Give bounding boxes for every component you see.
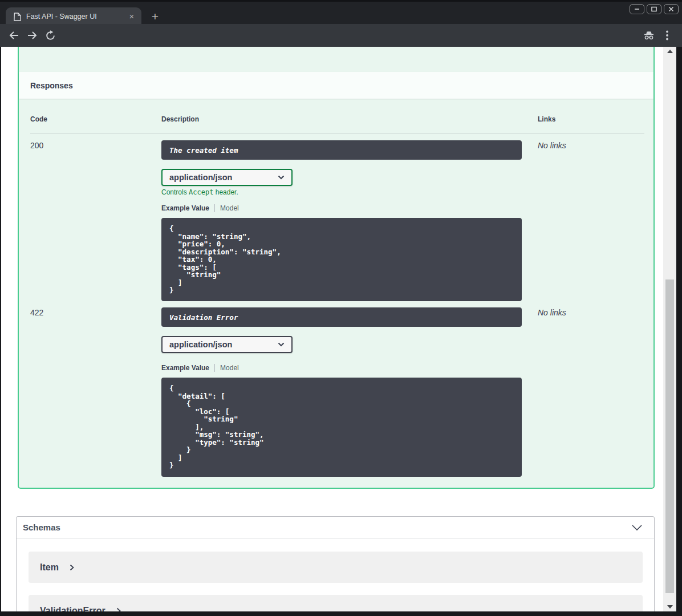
response-code-422: 422 [30, 308, 43, 317]
example-json-200: { "name": "string", "price": 0, "descrip… [161, 218, 522, 301]
browser-toolbar: 127.0.0.1:8000/docs [0, 24, 682, 47]
accept-note-suffix: header. [213, 188, 238, 196]
accept-header-note: Controls Accept header. [161, 188, 238, 196]
tab-example-value[interactable]: Example Value [161, 204, 209, 212]
model-name: Item [40, 562, 59, 573]
chevron-right-icon [116, 607, 121, 612]
tab-example-value[interactable]: Example Value [161, 364, 209, 372]
chevron-down-icon [278, 175, 285, 180]
scroll-down-icon [667, 605, 673, 609]
page-favicon-icon [14, 13, 21, 21]
media-type-select-422[interactable]: application/json [161, 336, 293, 353]
window-controls [630, 4, 679, 14]
response-code-200: 200 [30, 141, 43, 150]
tab-strip: Fast API - Swagger UI × + [0, 0, 682, 24]
links-value-200: No links [538, 141, 566, 150]
column-header-code: Code [30, 115, 47, 123]
close-icon [668, 6, 675, 13]
scroll-up-icon [667, 50, 673, 53]
scroll-down-button[interactable] [663, 602, 676, 611]
chevron-right-icon [70, 564, 74, 571]
links-value-422: No links [538, 308, 566, 317]
kebab-menu-icon [666, 30, 668, 40]
chevron-down-icon [278, 342, 285, 347]
reload-button[interactable] [42, 27, 58, 43]
response-description-422: Validation Error [161, 307, 522, 327]
menu-button[interactable] [659, 27, 675, 43]
forward-icon [27, 31, 38, 40]
media-type-value: application/json [169, 173, 232, 182]
example-model-tabs-422: Example Value Model [161, 364, 239, 372]
minimize-button[interactable] [630, 4, 644, 14]
tab-title: Fast API - Swagger UI [26, 13, 127, 21]
page-content: Responses Code Description Links 200 The… [1, 47, 663, 611]
incognito-icon [643, 29, 655, 42]
tab-separator [214, 204, 215, 212]
schemas-section: Schemas Item ValidationError [16, 516, 655, 611]
example-json-422: { "detail": [ { "loc": [ "string" ], "ms… [161, 378, 522, 477]
response-description-text: The created item [169, 146, 238, 155]
tab-model[interactable]: Model [220, 204, 239, 212]
browser-tab[interactable]: Fast API - Swagger UI × [6, 7, 141, 26]
maximize-icon [651, 6, 657, 13]
tab-model[interactable]: Model [220, 364, 239, 372]
schemas-title: Schemas [23, 522, 60, 532]
column-header-description: Description [161, 115, 199, 123]
accept-note-prefix: Controls [161, 188, 189, 196]
minimize-icon [634, 6, 640, 13]
example-json-text: { "name": "string", "price": 0, "descrip… [169, 225, 514, 294]
back-button[interactable] [6, 27, 22, 43]
page-scrollbar[interactable] [663, 47, 676, 611]
model-name: ValidationError [40, 606, 105, 612]
response-description-200: The created item [161, 140, 522, 160]
close-button[interactable] [664, 4, 679, 14]
model-card-item[interactable]: Item [29, 552, 643, 583]
new-tab-button[interactable]: + [148, 10, 162, 23]
schemas-header[interactable]: Schemas [17, 517, 654, 538]
column-header-links: Links [538, 115, 555, 123]
responses-title: Responses [30, 81, 73, 90]
scrollbar-thumb[interactable] [665, 279, 674, 593]
responses-section-header: Responses [19, 72, 653, 99]
media-type-select-200[interactable]: application/json [161, 169, 293, 186]
example-model-tabs-200: Example Value Model [161, 204, 239, 212]
chevron-down-icon[interactable] [631, 524, 643, 531]
example-json-text: { "detail": [ { "loc": [ "string" ], "ms… [169, 384, 514, 469]
responses-opblock: Responses Code Description Links 200 The… [18, 47, 655, 489]
maximize-button[interactable] [647, 4, 661, 14]
tab-separator [214, 364, 215, 372]
back-icon [9, 31, 19, 40]
response-description-text: Validation Error [169, 313, 238, 322]
media-type-value: application/json [169, 340, 232, 349]
scroll-up-button[interactable] [663, 47, 676, 56]
model-card-validationerror[interactable]: ValidationError [29, 595, 643, 611]
browser-chrome: Fast API - Swagger UI × + [0, 0, 682, 47]
forward-button[interactable] [24, 27, 40, 43]
incognito-badge [641, 27, 657, 43]
tab-close-icon[interactable]: × [127, 11, 137, 22]
accept-note-code: Accept [189, 188, 213, 196]
reload-icon [45, 30, 56, 41]
table-header-divider [30, 133, 644, 133]
